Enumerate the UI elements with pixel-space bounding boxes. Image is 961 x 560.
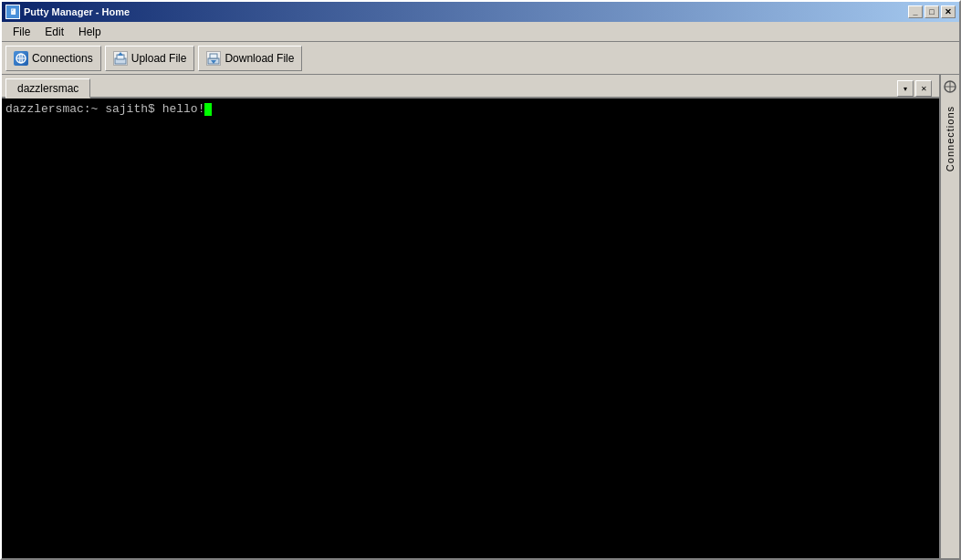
- title-bar: 🖥 Putty Manager - Home _ □ ✕: [2, 2, 959, 22]
- title-bar-controls: _ □ ✕: [908, 5, 956, 18]
- terminal-area[interactable]: dazzlersmac:~ sajith$ hello!: [2, 99, 939, 558]
- download-icon: [206, 51, 221, 66]
- download-file-label: Download File: [225, 52, 294, 65]
- tab-label: dazzlersmac: [17, 82, 78, 95]
- sidebar[interactable]: Connections: [939, 75, 959, 558]
- upload-file-button[interactable]: Upload File: [105, 46, 195, 71]
- menu-edit[interactable]: Edit: [37, 22, 71, 41]
- tab-dazzlersmac[interactable]: dazzlersmac: [5, 78, 90, 99]
- main-window: 🖥 Putty Manager - Home _ □ ✕ File Edit H…: [0, 0, 961, 560]
- tab-bar: dazzlersmac ▾ ✕: [2, 75, 939, 99]
- upload-file-label: Upload File: [131, 52, 187, 65]
- download-file-button[interactable]: Download File: [198, 46, 302, 71]
- main-area: dazzlersmac ▾ ✕ dazzlersmac:~ sajith$ he…: [2, 75, 959, 558]
- menu-help[interactable]: Help: [71, 22, 109, 41]
- sidebar-connections-label[interactable]: Connections: [941, 99, 959, 179]
- sidebar-icon: [942, 78, 958, 95]
- window-title: Putty Manager - Home: [24, 6, 130, 17]
- terminal-prompt: dazzlersmac:~ sajith$ hello!: [5, 102, 204, 116]
- terminal-line: dazzlersmac:~ sajith$ hello!: [5, 102, 935, 116]
- upload-icon: [113, 51, 128, 66]
- tab-content-area: dazzlersmac ▾ ✕ dazzlersmac:~ sajith$ he…: [2, 75, 939, 558]
- maximize-button[interactable]: □: [924, 5, 939, 18]
- connections-label: Connections: [32, 52, 93, 65]
- menu-file[interactable]: File: [5, 22, 37, 41]
- terminal-cursor: [204, 103, 212, 116]
- connections-icon: [14, 51, 28, 66]
- app-icon: 🖥: [5, 5, 20, 19]
- svg-rect-8: [210, 54, 217, 58]
- tab-dropdown-button[interactable]: ▾: [897, 80, 914, 97]
- menu-bar: File Edit Help: [2, 22, 959, 42]
- connections-button[interactable]: Connections: [5, 46, 101, 71]
- tab-controls: ▾ ✕: [897, 80, 935, 97]
- toolbar: Connections Upload File Download Fil: [2, 42, 959, 75]
- svg-marker-6: [118, 52, 123, 56]
- close-button[interactable]: ✕: [941, 5, 956, 18]
- title-bar-left: 🖥 Putty Manager - Home: [5, 5, 130, 19]
- minimize-button[interactable]: _: [908, 5, 923, 18]
- tab-close-button[interactable]: ✕: [915, 80, 932, 97]
